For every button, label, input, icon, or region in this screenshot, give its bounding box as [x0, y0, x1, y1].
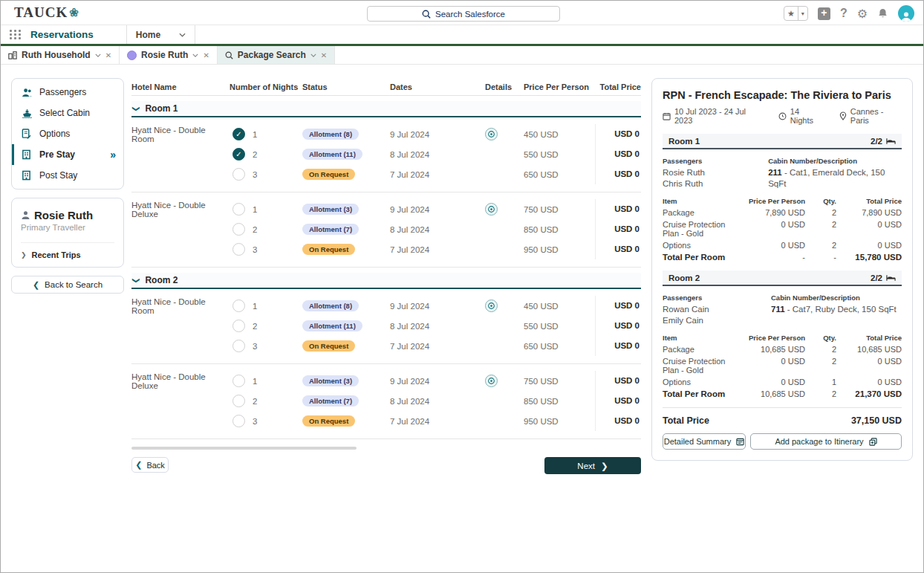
back-to-search-button[interactable]: ❮ Back to Search: [11, 276, 124, 294]
global-actions-add-icon[interactable]: +: [818, 7, 830, 20]
location-pin-icon: [839, 111, 847, 120]
price-per-person: 850 USD: [524, 397, 595, 406]
tab-rosie-ruth[interactable]: Rosie Ruth ✕: [120, 46, 218, 64]
details-eye-icon[interactable]: [485, 375, 498, 387]
tab-package-search[interactable]: Package Search ✕: [218, 46, 335, 64]
price-per-person: 850 USD: [524, 225, 595, 234]
help-icon[interactable]: ?: [840, 7, 847, 20]
date-value: 9 Jul 2024: [390, 205, 485, 214]
nights-value: 2: [253, 225, 257, 234]
total-price: USD 0: [595, 296, 641, 316]
date-range: 10 Jul 2023 - 24 Jul 2023: [663, 107, 762, 125]
details-eye-icon[interactable]: [485, 300, 498, 312]
global-search-input[interactable]: Search Salesforce: [367, 6, 560, 22]
section-title: Room 2: [145, 275, 178, 285]
summary-room-2-header[interactable]: Room 2 2/2: [663, 271, 902, 286]
global-header: TAUCK❀ Search Salesforce ★ ▾ + ? ⚙: [1, 1, 923, 25]
passengers-label: Passengers: [663, 157, 768, 165]
bed-icon: [886, 137, 896, 145]
close-icon[interactable]: ✕: [105, 51, 111, 59]
detailed-summary-label: Detailed Summary: [664, 437, 731, 446]
nights-value: 1: [253, 377, 257, 386]
sidebar-item-options[interactable]: Options: [12, 123, 123, 144]
table-row: Hyatt Nice - Double Room ✓1 Allotment (8…: [131, 124, 641, 144]
night-checkbox[interactable]: [232, 395, 245, 407]
total-price: USD 0: [595, 391, 641, 411]
details-eye-icon[interactable]: [485, 128, 498, 140]
sidebar-item-post-stay[interactable]: Post Stay: [12, 165, 123, 186]
night-checkbox[interactable]: [232, 415, 245, 427]
recent-trips-toggle[interactable]: ❯ Recent Trips: [21, 242, 114, 259]
item-name: Cruise Protection Plan - Gold: [663, 220, 737, 238]
table-row: 3 On Request 7 Jul 2024 650 USD USD 0: [131, 164, 641, 184]
chevron-down-icon[interactable]: [310, 54, 316, 57]
night-checkbox[interactable]: [232, 320, 245, 332]
night-checkbox[interactable]: [232, 375, 245, 387]
chevron-down-icon[interactable]: ❯: [132, 277, 140, 283]
night-checkbox[interactable]: [232, 168, 245, 181]
table-row: 2 Allotment (11) 8 Jul 2024 550 USD USD …: [131, 316, 641, 336]
section-room-2[interactable]: ❯ Room 2: [131, 273, 641, 289]
close-icon[interactable]: ✕: [203, 51, 209, 59]
chevron-down-icon[interactable]: [179, 33, 186, 37]
user-avatar[interactable]: [898, 5, 914, 22]
night-checkbox[interactable]: [232, 243, 245, 256]
add-package-to-itinerary-button[interactable]: Add package to Itinerary: [750, 433, 902, 450]
price-per-person: 750 USD: [524, 205, 595, 214]
night-checkbox[interactable]: ✓: [232, 128, 245, 140]
items-column-total: Total Price: [836, 334, 902, 342]
passengers-icon: [22, 88, 33, 97]
total-price: USD 0: [595, 219, 641, 239]
sidebar-item-passengers[interactable]: Passengers: [12, 82, 123, 103]
horizontal-scrollbar[interactable]: [131, 447, 357, 450]
summary-room-1-header[interactable]: Room 1 2/2: [663, 134, 902, 149]
notifications-bell-icon[interactable]: [877, 7, 888, 19]
night-checkbox[interactable]: ✓: [232, 148, 245, 161]
chevron-down-icon[interactable]: [95, 54, 101, 57]
calendar-icon: [663, 112, 671, 120]
sidebar-item-select-cabin[interactable]: Select Cabin: [12, 103, 123, 123]
setup-gear-icon[interactable]: ⚙: [857, 7, 868, 21]
date-value: 7 Jul 2024: [390, 342, 485, 351]
favorites-dropdown-icon[interactable]: ▾: [798, 7, 807, 20]
total-price: USD 0: [595, 124, 641, 144]
table-row: ✓2 Allotment (11) 8 Jul 2024 550 USD USD…: [131, 144, 641, 164]
room-occupancy: 2/2: [871, 273, 882, 282]
section-room-1[interactable]: ❯ Room 1: [131, 101, 641, 117]
room-name: Room 1: [668, 137, 700, 146]
column-hotel-name: Hotel Name: [131, 82, 230, 91]
sidebar-item-pre-stay[interactable]: Pre Stay »: [12, 144, 123, 165]
night-checkbox[interactable]: [232, 300, 245, 312]
column-dates: Dates: [390, 82, 485, 91]
app-launcher-waffle-icon[interactable]: [1, 25, 30, 44]
favorites-button[interactable]: ★ ▾: [784, 6, 808, 21]
next-button[interactable]: Next ❯: [544, 457, 641, 474]
total-price: USD 0: [595, 199, 641, 219]
total-price: USD 0: [595, 336, 641, 356]
price-per-person: 450 USD: [524, 130, 595, 139]
night-checkbox[interactable]: [232, 223, 245, 236]
item-name: Package: [663, 345, 737, 354]
tab-ruth-household[interactable]: Ruth Household ✕: [1, 46, 120, 64]
chevron-down-icon[interactable]: ❯: [132, 106, 140, 111]
items-column-ppp: Price Per Person: [737, 334, 805, 342]
items-column-item: Item: [663, 334, 737, 342]
item-qty: 2: [805, 357, 836, 375]
items-column-total: Total Price: [836, 197, 902, 205]
night-checkbox[interactable]: [232, 340, 245, 352]
night-checkbox[interactable]: [232, 203, 245, 216]
date-range-value: 10 Jul 2023 - 24 Jul 2023: [674, 107, 762, 125]
route: Cannes - Paris: [839, 107, 902, 125]
item-total: 0 USD: [836, 220, 902, 238]
detailed-summary-button[interactable]: Detailed Summary: [663, 433, 746, 450]
back-button-label: Back: [146, 461, 164, 470]
details-eye-icon[interactable]: [485, 203, 498, 216]
tab-home[interactable]: Home: [127, 25, 195, 44]
chevron-down-icon[interactable]: [192, 54, 198, 57]
back-button[interactable]: ❮ Back: [131, 457, 169, 473]
price-per-person: 650 USD: [524, 342, 595, 351]
date-value: 7 Jul 2024: [390, 245, 485, 254]
items-column-item: Item: [663, 197, 737, 205]
tab-label: Ruth Household: [22, 50, 91, 60]
close-icon[interactable]: ✕: [321, 51, 327, 59]
